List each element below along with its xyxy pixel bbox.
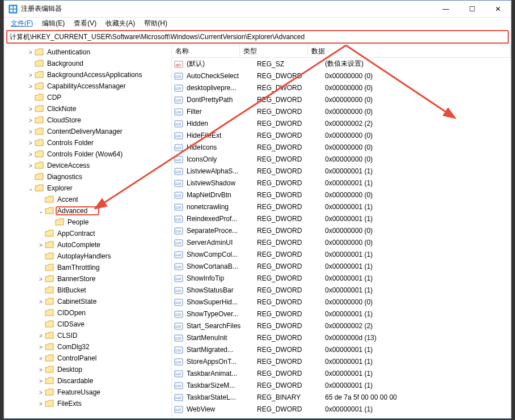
value-row[interactable]: 110ShowCompCol...REG_DWORD0x00000001 (1)	[172, 248, 511, 260]
value-row[interactable]: 110TaskbarSizeM...REG_DWORD0x00000001 (1…	[172, 379, 511, 391]
tree-expander-icon[interactable]: >	[27, 163, 35, 169]
value-row[interactable]: 110FilterREG_DWORD0x00000000 (0)	[172, 105, 511, 117]
tree-expander-icon[interactable]: >	[27, 151, 35, 158]
tree-node-desktop[interactable]: >Desktop	[4, 364, 171, 375]
value-row[interactable]: 110ShowTypeOver...REG_DWORD0x00000001 (1…	[172, 308, 511, 320]
value-row[interactable]: 110ListviewAlphaS...REG_DWORD0x00000001 …	[172, 165, 511, 177]
tree-node-discardable[interactable]: >Discardable	[4, 375, 171, 387]
tree-node-advanced[interactable]: ⌄Advanced	[4, 205, 171, 217]
value-row[interactable]: 110MapNetDrvBtnREG_DWORD0x00000000 (0)	[172, 189, 511, 201]
col-header-name[interactable]: 名称	[172, 45, 240, 57]
tree-pane[interactable]: >AuthenticationBackground>BackgroundAcce…	[4, 45, 172, 418]
value-row[interactable]: 110TaskbarStateL...REG_BINARY65 de 7a 5f…	[172, 391, 511, 403]
value-row[interactable]: 110HideFileExtREG_DWORD0x00000000 (0)	[172, 129, 511, 141]
col-header-type[interactable]: 类型	[240, 45, 308, 57]
value-row[interactable]: 110IconsOnlyREG_DWORD0x00000000 (0)	[172, 153, 511, 165]
tree-expander-icon[interactable]: >	[37, 378, 45, 384]
tree-node-appcontract[interactable]: AppContract	[4, 228, 171, 239]
menu-favorites[interactable]: 收藏夹(A)	[101, 18, 140, 29]
value-row[interactable]: 110nonetcrawlingREG_DWORD0x00000001 (1)	[172, 201, 511, 213]
value-row[interactable]: 110AutoCheckSelectREG_DWORD0x00000000 (0…	[172, 70, 511, 82]
tree-node-authentication[interactable]: >Authentication	[4, 46, 171, 58]
tree-expander-icon[interactable]: >	[27, 140, 35, 146]
tree-expander-icon[interactable]: >	[27, 106, 35, 112]
menu-file[interactable]: 文件(F)	[6, 18, 37, 29]
tree-expander-icon[interactable]: >	[37, 333, 45, 339]
tree-node-clsid[interactable]: >CLSID	[4, 330, 171, 341]
tree-node-contentdeliverymanager[interactable]: >ContentDeliveryManager	[4, 126, 171, 137]
tree-node-cidsave[interactable]: CIDSave	[4, 319, 171, 330]
tree-node-deviceaccess[interactable]: >DeviceAccess	[4, 160, 171, 171]
dword-value-icon: 110	[174, 226, 183, 235]
tree-node-autocomplete[interactable]: >AutoComplete	[4, 239, 171, 251]
tree-node-controls-folder-wow64-[interactable]: >Controls Folder (Wow64)	[4, 149, 171, 160]
tree-expander-icon[interactable]: >	[37, 389, 45, 396]
col-header-data[interactable]: 数据	[308, 45, 511, 57]
value-row[interactable]: 110HiddenREG_DWORD0x00000002 (2)	[172, 117, 511, 129]
tree-node-bitbucket[interactable]: BitBucket	[4, 285, 171, 296]
tree-expander-icon[interactable]: >	[27, 117, 35, 124]
menu-edit[interactable]: 编辑(E)	[37, 18, 69, 29]
tree-node-featureusage[interactable]: >FeatureUsage	[4, 387, 171, 398]
value-row[interactable]: 110SeparateProce...REG_DWORD0x00000000 (…	[172, 224, 511, 236]
tree-node-controlpanel[interactable]: >ControlPanel	[4, 353, 171, 364]
value-row[interactable]: 110StoreAppsOnT...REG_DWORD0x00000001 (1…	[172, 355, 511, 367]
tree-expander-icon[interactable]: >	[37, 401, 45, 407]
tree-expander-icon[interactable]: >	[37, 276, 45, 282]
tree-node-background[interactable]: Background	[4, 58, 171, 69]
menu-view[interactable]: 查看(V)	[69, 18, 101, 29]
tree-node-bamthrottling[interactable]: BamThrottling	[4, 262, 171, 273]
tree-node-cdp[interactable]: CDP	[4, 92, 171, 103]
address-bar[interactable]: 计算机\HKEY_CURRENT_USER\Software\Microsoft…	[6, 30, 509, 44]
tree-node-autoplayhandlers[interactable]: AutoplayHandlers	[4, 251, 171, 262]
value-row[interactable]: 110Start_SearchFilesREG_DWORD0x00000002 …	[172, 320, 511, 332]
value-row[interactable]: 110ShowSuperHid...REG_DWORD0x00000000 (0…	[172, 296, 511, 308]
value-row[interactable]: 110ShowInfoTipREG_DWORD0x00000001 (1)	[172, 272, 511, 284]
tree-expander-icon[interactable]: >	[37, 299, 45, 305]
value-row[interactable]: 110StartMenuInitREG_DWORD0x0000000d (13)	[172, 332, 511, 343]
tree-expander-icon[interactable]: >	[37, 242, 45, 248]
tree-node-capabilityaccessmanager[interactable]: >CapabilityAccessManager	[4, 80, 171, 92]
folder-icon	[35, 48, 44, 56]
tree-node-cabinetstate[interactable]: >CabinetState	[4, 296, 171, 307]
value-row[interactable]: ab(默认)REG_SZ(数值未设置)	[172, 58, 511, 70]
minimize-button[interactable]: —	[433, 1, 459, 18]
tree-expander-icon[interactable]: >	[37, 367, 45, 373]
value-row[interactable]: 110ShowStatusBarREG_DWORD0x00000001 (1)	[172, 284, 511, 296]
tree-expander-icon[interactable]: >	[27, 49, 35, 56]
tree-node-diagnostics[interactable]: Diagnostics	[4, 171, 171, 183]
value-row[interactable]: 110StartMigrated...REG_DWORD0x00000001 (…	[172, 343, 511, 355]
maximize-button[interactable]: ☐	[459, 1, 485, 18]
value-row[interactable]: 110desktoplivepre...REG_DWORD0x00000000 …	[172, 82, 511, 94]
tree-expander-icon[interactable]: >	[37, 355, 45, 362]
tree-node-comdlg32[interactable]: >ComDlg32	[4, 341, 171, 353]
tree-node-cidopen[interactable]: CIDOpen	[4, 307, 171, 319]
tree-node-fileexts[interactable]: >FileExts	[4, 398, 171, 409]
value-row[interactable]: 110WebViewREG_DWORD0x00000001 (1)	[172, 403, 511, 415]
list-body[interactable]: ab(默认)REG_SZ(数值未设置)110AutoCheckSelectREG…	[172, 58, 511, 418]
value-row[interactable]: 110HideIconsREG_DWORD0x00000000 (0)	[172, 141, 511, 153]
value-row[interactable]: 110ShowCortanaB...REG_DWORD0x00000001 (1…	[172, 260, 511, 272]
tree-node-cloudstore[interactable]: >CloudStore	[4, 114, 171, 126]
tree-expander-icon[interactable]: >	[37, 344, 45, 350]
tree-expander-icon[interactable]: >	[27, 129, 35, 135]
tree-node-controls-folder[interactable]: >Controls Folder	[4, 137, 171, 149]
tree-node-backgroundaccessapplications[interactable]: >BackgroundAccessApplications	[4, 69, 171, 80]
tree-node-bannerstore[interactable]: >BannerStore	[4, 273, 171, 285]
value-row[interactable]: 110ServerAdminUIREG_DWORD0x00000000 (0)	[172, 236, 511, 248]
value-row[interactable]: 110DontPrettyPathREG_DWORD0x00000000 (0)	[172, 94, 511, 105]
tree-node-explorer[interactable]: ⌄Explorer	[4, 183, 171, 194]
tree-expander-icon[interactable]: ⌄	[27, 185, 35, 192]
tree-expander-icon[interactable]: >	[27, 83, 35, 90]
tree-node-clicknote[interactable]: >ClickNote	[4, 103, 171, 114]
value-row[interactable]: 110TaskbarAnimat...REG_DWORD0x00000001 (…	[172, 367, 511, 379]
value-row[interactable]: 110ListviewShadowREG_DWORD0x00000001 (1)	[172, 177, 511, 189]
menu-help[interactable]: 帮助(H)	[140, 18, 172, 29]
tree-node-people[interactable]: People	[4, 217, 171, 228]
tree-expander-icon[interactable]: ⌄	[37, 208, 45, 214]
value-type: REG_DWORD	[254, 227, 322, 235]
value-row[interactable]: 110ReindexedProf...REG_DWORD0x00000001 (…	[172, 213, 511, 224]
tree-node-accent[interactable]: Accent	[4, 194, 171, 205]
tree-expander-icon[interactable]: >	[27, 72, 35, 78]
close-button[interactable]: ✕	[485, 1, 511, 18]
